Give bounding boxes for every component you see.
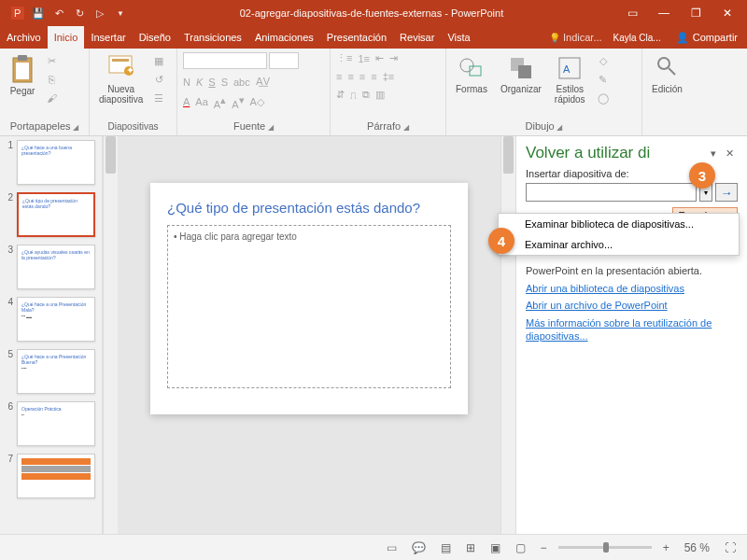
- clear-format-button[interactable]: A◇: [250, 96, 264, 108]
- zoom-out-button[interactable]: −: [537, 539, 551, 556]
- editor-scrollbar[interactable]: [500, 136, 515, 534]
- tab-revisar[interactable]: Revisar: [393, 26, 441, 49]
- dialog-launcher-icon[interactable]: ◢: [557, 123, 562, 132]
- tab-insertar[interactable]: Insertar: [84, 26, 132, 49]
- reading-view-button[interactable]: ▣: [486, 539, 504, 556]
- font-size-combo[interactable]: [269, 52, 299, 69]
- slide-source-input[interactable]: [526, 183, 697, 202]
- slide-thumbnail[interactable]: [17, 454, 95, 498]
- start-slideshow-icon[interactable]: ▷: [93, 7, 106, 20]
- slide-thumbnail[interactable]: ¿Qué ayudas visuales usarás en la presen…: [17, 245, 95, 289]
- ribbon-display-icon[interactable]: ▭: [616, 0, 648, 26]
- comments-button[interactable]: 💬: [408, 539, 430, 556]
- share-button[interactable]: 👤Compartir: [667, 32, 747, 44]
- shape-outline-button[interactable]: ✎: [595, 71, 612, 88]
- dialog-launcher-icon[interactable]: ◢: [73, 123, 78, 132]
- dialog-launcher-icon[interactable]: ◢: [403, 123, 409, 132]
- bullets-button[interactable]: ⋮≡: [336, 52, 352, 64]
- strikethrough-button[interactable]: abc: [233, 77, 250, 88]
- char-spacing-button[interactable]: A͟V: [256, 76, 270, 88]
- numbering-button[interactable]: 1≡: [358, 53, 370, 64]
- normal-view-button[interactable]: ▤: [437, 539, 455, 556]
- thumbnails-scrollbar[interactable]: [103, 136, 118, 534]
- save-icon[interactable]: 💾: [32, 7, 45, 20]
- thumb-row[interactable]: 4¿Qué hace a una Presentación Mala?▪▪▪ ▂…: [4, 297, 98, 342]
- user-name[interactable]: Kayla Cla...: [608, 33, 667, 43]
- slide-body-placeholder[interactable]: • Haga clic para agregar texto: [167, 225, 451, 388]
- change-case-button[interactable]: Aa: [195, 96, 207, 107]
- restore-button[interactable]: ❐: [680, 0, 712, 26]
- fit-to-window-button[interactable]: ⛶: [721, 539, 740, 556]
- undo-icon[interactable]: ↶: [52, 7, 65, 20]
- font-color-button[interactable]: A: [183, 96, 190, 107]
- paste-button[interactable]: Pegar: [6, 52, 39, 98]
- open-file-link[interactable]: Abrir un archivo de PowerPoint: [526, 299, 738, 312]
- increase-indent-button[interactable]: ⇥: [389, 52, 398, 64]
- align-left-button[interactable]: ≡: [336, 71, 342, 82]
- new-slide-button[interactable]: ✦ Nueva diapositiva: [95, 52, 147, 106]
- align-right-button[interactable]: ≡: [359, 71, 365, 82]
- align-text-button[interactable]: ⎍: [350, 90, 357, 101]
- tab-inicio[interactable]: Inicio: [48, 26, 85, 49]
- taskpane-menu-icon[interactable]: ▾: [705, 147, 722, 160]
- section-button[interactable]: ☰: [150, 90, 167, 106]
- redo-icon[interactable]: ↻: [73, 7, 86, 20]
- text-direction-button[interactable]: ⇵: [336, 89, 345, 101]
- reset-button[interactable]: ↺: [150, 71, 167, 88]
- dialog-launcher-icon[interactable]: ◢: [268, 123, 274, 132]
- zoom-slider[interactable]: [558, 546, 652, 549]
- tab-archivo[interactable]: Archivo: [0, 26, 48, 49]
- browse-file-item[interactable]: Examinar archivo...: [499, 234, 739, 255]
- copy-button[interactable]: ⎘: [43, 71, 60, 88]
- thumb-row[interactable]: 5¿Qué hace a una Presentación Buena?▪▪▪▪: [4, 349, 98, 394]
- tell-me-search[interactable]: 💡 Indicar...: [543, 32, 607, 43]
- columns-button[interactable]: ▥: [375, 89, 385, 101]
- slideshow-view-button[interactable]: ▢: [512, 539, 529, 556]
- sorter-view-button[interactable]: ⊞: [462, 539, 479, 556]
- open-library-link[interactable]: Abrir una biblioteca de diapositivas: [526, 282, 738, 295]
- zoom-in-button[interactable]: +: [659, 539, 673, 556]
- justify-button[interactable]: ≡: [371, 71, 376, 82]
- grow-font-button[interactable]: A▴: [214, 94, 226, 110]
- font-name-combo[interactable]: [183, 52, 267, 69]
- tab-vista[interactable]: Vista: [441, 26, 476, 49]
- format-painter-button[interactable]: 🖌: [43, 90, 60, 106]
- shapes-button[interactable]: Formas: [452, 52, 491, 96]
- arrange-button[interactable]: Organizar: [497, 52, 545, 96]
- more-info-link[interactable]: Más información sobre la reutilización d…: [526, 316, 738, 343]
- decrease-indent-button[interactable]: ⇤: [375, 52, 384, 64]
- quick-styles-button[interactable]: A Estilos rápidos: [551, 52, 589, 106]
- bold-button[interactable]: N: [183, 77, 190, 88]
- slide-thumbnail[interactable]: ¿Qué hace a una Presentación Buena?▪▪▪▪: [17, 349, 95, 394]
- align-center-button[interactable]: ≡: [347, 71, 353, 82]
- shrink-font-button[interactable]: A▾: [232, 94, 244, 110]
- close-button[interactable]: ✕: [712, 0, 743, 26]
- slide-thumbnail[interactable]: ¿Qué hace a una buena presentación?: [17, 140, 95, 185]
- shape-effects-button[interactable]: ◯: [595, 90, 612, 106]
- go-button[interactable]: →: [715, 183, 738, 202]
- tab-presentacion[interactable]: Presentación: [320, 26, 393, 49]
- tab-animaciones[interactable]: Animaciones: [248, 26, 320, 49]
- slide-canvas[interactable]: ¿Qué tipo de presentación estás dando? •…: [150, 183, 468, 414]
- thumb-row[interactable]: 6Operación Práctica▪▪: [4, 401, 98, 446]
- slide-thumbnail[interactable]: Operación Práctica▪▪: [17, 401, 95, 446]
- cut-button[interactable]: ✂: [43, 52, 60, 69]
- slide-thumbnail[interactable]: ¿Qué tipo de presentación estás dando?: [17, 192, 95, 237]
- layout-button[interactable]: ▦: [150, 52, 167, 69]
- notes-button[interactable]: ▭: [383, 539, 401, 556]
- zoom-level[interactable]: 56 %: [681, 539, 713, 556]
- line-spacing-button[interactable]: ‡≡: [383, 71, 395, 82]
- thumb-row[interactable]: 7: [4, 454, 98, 498]
- tab-transiciones[interactable]: Transiciones: [177, 26, 248, 49]
- thumb-row[interactable]: 3¿Qué ayudas visuales usarás en la prese…: [4, 245, 98, 289]
- minimize-button[interactable]: —: [648, 0, 680, 26]
- underline-button[interactable]: S: [208, 77, 215, 88]
- browse-library-item[interactable]: Examinar biblioteca de diapositivas...: [499, 214, 739, 234]
- qat-dropdown-icon[interactable]: ▼: [114, 7, 127, 20]
- smartart-button[interactable]: ⧉: [362, 89, 370, 101]
- thumb-row[interactable]: 1¿Qué hace a una buena presentación?: [4, 140, 98, 185]
- shadow-button[interactable]: S: [221, 77, 228, 88]
- italic-button[interactable]: K: [196, 77, 203, 88]
- editing-button[interactable]: Edición: [648, 52, 686, 96]
- taskpane-close-button[interactable]: ✕: [722, 146, 738, 161]
